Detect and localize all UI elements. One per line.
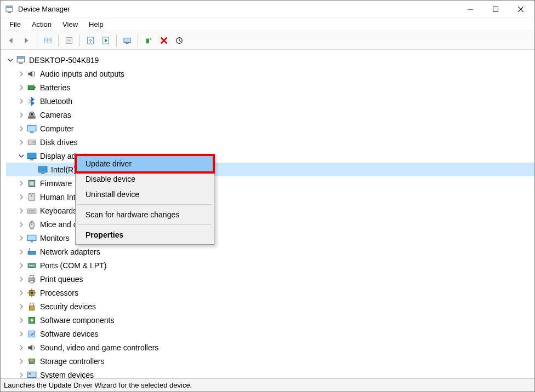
mouse-icon <box>27 220 37 229</box>
chevron-right-icon[interactable] <box>17 357 26 366</box>
storage-icon <box>27 356 37 366</box>
svg-text:?: ? <box>89 38 92 43</box>
toolbar: ? <box>1 31 534 50</box>
svg-rect-35 <box>27 153 36 158</box>
tree-item[interactable]: Audio inputs and outputs <box>6 67 534 80</box>
toolbar-show-hidden-button[interactable] <box>41 33 55 48</box>
tree-item[interactable]: Software devices <box>6 327 534 341</box>
svg-rect-19 <box>146 38 149 43</box>
chevron-right-icon[interactable] <box>17 124 26 133</box>
chevron-right-icon[interactable] <box>17 343 26 352</box>
firmware-icon <box>27 178 37 188</box>
svg-rect-61 <box>31 291 33 294</box>
ports-icon <box>27 261 37 270</box>
tree-item-label: Network adapters <box>40 247 100 256</box>
context-menu-item[interactable]: Uninstall device <box>77 187 213 202</box>
tree-item[interactable]: Sound, video and game controllers <box>6 341 534 354</box>
chevron-right-icon[interactable] <box>17 330 26 338</box>
tree-item[interactable]: Disk drives <box>6 135 534 149</box>
context-menu-item[interactable]: Scan for hardware changes <box>77 207 213 222</box>
tree-root-item[interactable]: DESKTOP-504K819 <box>6 53 534 67</box>
toolbar-action-button[interactable] <box>99 33 113 48</box>
tree-item[interactable]: Processors <box>6 286 534 299</box>
chevron-right-icon[interactable] <box>17 234 26 243</box>
chevron-right-icon[interactable] <box>17 138 26 147</box>
svg-rect-66 <box>30 305 35 310</box>
sound-icon <box>27 343 37 353</box>
chevron-down-icon[interactable] <box>6 56 15 65</box>
chevron-right-icon[interactable] <box>17 179 26 188</box>
svg-point-34 <box>32 141 35 143</box>
chevron-right-icon[interactable] <box>17 83 26 92</box>
menu-file[interactable]: File <box>4 19 26 30</box>
toolbar-separator <box>37 34 37 47</box>
menu-help[interactable]: Help <box>83 19 109 30</box>
chevron-right-icon[interactable] <box>17 316 26 325</box>
context-menu-item[interactable]: Disable device <box>77 171 213 187</box>
svg-rect-26 <box>28 85 34 89</box>
statusbar: Launches the Update Driver Wizard for th… <box>1 378 534 391</box>
toolbar-separator <box>58 34 59 47</box>
menu-view[interactable]: View <box>57 19 83 30</box>
chevron-right-icon[interactable] <box>17 70 26 78</box>
svg-rect-38 <box>41 172 45 174</box>
device-tree[interactable]: DESKTOP-504K819Audio inputs and outputsB… <box>1 50 534 378</box>
tree-item[interactable]: Ports (COM & LPT) <box>6 258 534 272</box>
chevron-down-icon[interactable] <box>17 152 26 160</box>
svg-point-55 <box>31 264 32 266</box>
tree-item[interactable]: Batteries <box>6 80 534 94</box>
chevron-right-icon[interactable] <box>17 289 26 297</box>
tree-item-label: Sound, video and game controllers <box>40 343 158 352</box>
svg-rect-69 <box>29 331 35 337</box>
hid-icon <box>27 192 37 202</box>
toolbar-update-driver-button[interactable] <box>141 33 156 48</box>
svg-point-42 <box>31 195 32 196</box>
tree-item-label: Processors <box>40 289 78 297</box>
svg-rect-41 <box>29 193 35 201</box>
chevron-right-icon[interactable] <box>17 220 26 229</box>
toolbar-properties-button[interactable] <box>62 33 76 48</box>
svg-point-52 <box>29 248 30 249</box>
svg-rect-18 <box>126 43 128 44</box>
tree-item[interactable]: Software components <box>6 313 534 327</box>
menubar: File Action View Help <box>1 18 534 31</box>
computer-root-icon <box>16 55 26 65</box>
tree-item[interactable]: Security devices <box>6 299 534 313</box>
toolbar-back-button[interactable] <box>4 33 18 48</box>
svg-rect-24 <box>18 57 24 59</box>
chevron-right-icon[interactable] <box>17 275 26 284</box>
minimize-button[interactable] <box>458 1 483 18</box>
tree-item-label: Monitors <box>40 234 70 243</box>
chevron-right-icon[interactable] <box>17 247 26 256</box>
toolbar-forward-button[interactable] <box>19 33 33 48</box>
chevron-right-icon[interactable] <box>17 261 26 270</box>
toolbar-view-button[interactable] <box>120 33 134 48</box>
chevron-right-icon[interactable] <box>17 371 26 379</box>
tree-item[interactable]: Network adapters <box>6 245 534 258</box>
statusbar-text: Launches the Update Driver Wizard for th… <box>4 381 192 389</box>
close-button[interactable] <box>508 1 533 18</box>
toolbar-help-button[interactable]: ? <box>83 33 98 48</box>
chevron-right-icon[interactable] <box>17 302 26 311</box>
menu-action[interactable]: Action <box>26 19 57 30</box>
tree-item[interactable]: Storage controllers <box>6 354 534 368</box>
chevron-right-icon[interactable] <box>17 206 26 215</box>
chevron-right-icon[interactable] <box>17 97 26 106</box>
context-menu-item[interactable]: Update driver <box>77 156 213 171</box>
tree-item[interactable]: Computer <box>6 122 534 135</box>
tree-item[interactable]: System devices <box>6 368 534 378</box>
svg-rect-73 <box>30 378 34 378</box>
tree-item[interactable]: Cameras <box>6 108 534 122</box>
chevron-right-icon[interactable] <box>17 111 26 119</box>
toolbar-scan-button[interactable] <box>172 33 186 48</box>
context-menu-item[interactable]: Properties <box>77 227 213 243</box>
maximize-button[interactable] <box>483 1 508 18</box>
cpu-icon <box>27 288 37 298</box>
toolbar-uninstall-button[interactable] <box>157 33 171 48</box>
svg-rect-25 <box>19 62 23 64</box>
tree-item[interactable]: Bluetooth <box>6 94 534 108</box>
display-icon <box>38 165 48 175</box>
tree-item[interactable]: Print queues <box>6 272 534 286</box>
chevron-right-icon[interactable] <box>17 193 26 201</box>
tree-item-label: Firmware <box>40 179 72 188</box>
